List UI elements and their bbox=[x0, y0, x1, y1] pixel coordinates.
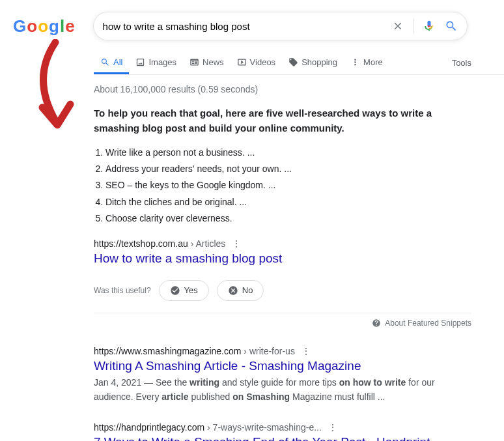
snippet-url[interactable]: https://textshop.com.au › Articles⋮ bbox=[94, 238, 471, 249]
google-logo[interactable]: Google bbox=[13, 16, 75, 36]
tab-more[interactable]: More bbox=[344, 51, 389, 74]
feedback-no-button[interactable]: No bbox=[217, 280, 264, 301]
list-item: Address your readers' needs, not your ow… bbox=[105, 161, 471, 177]
tab-images[interactable]: Images bbox=[129, 51, 183, 74]
result-title-link[interactable]: Writing A Smashing Article - Smashing Ma… bbox=[94, 359, 471, 373]
mic-icon[interactable] bbox=[423, 20, 436, 33]
snippet-list: Write like a person not a business. ... … bbox=[105, 145, 471, 227]
tools-button[interactable]: Tools bbox=[445, 51, 478, 74]
more-icon[interactable]: ⋮ bbox=[301, 346, 311, 356]
result-url[interactable]: https://www.smashingmagazine.com › write… bbox=[94, 346, 471, 356]
result-stats: About 16,100,000 results (0.59 seconds) bbox=[94, 84, 471, 94]
search-icon[interactable] bbox=[445, 20, 458, 33]
result-description: Jan 4, 2021 — See the writing and style … bbox=[94, 376, 471, 404]
result-title-link[interactable]: 7 Ways to Write a Smashing End of the Ye… bbox=[94, 435, 471, 441]
annotation-arrow-icon bbox=[20, 39, 91, 137]
tab-all[interactable]: All bbox=[94, 51, 129, 74]
list-item: Choose clarity over cleverness. bbox=[105, 210, 471, 227]
list-item: SEO – the keys to the Google kingdom. ..… bbox=[105, 177, 471, 193]
snippet-title-link[interactable]: How to write a smashing blog post bbox=[94, 251, 471, 266]
list-item: Ditch the cliches and be original. ... bbox=[105, 194, 471, 210]
divider bbox=[413, 19, 413, 33]
search-result: https://www.smashingmagazine.com › write… bbox=[94, 346, 471, 404]
list-item: Write like a person not a business. ... bbox=[105, 145, 471, 161]
snippet-intro: To help you reach that goal, here are fi… bbox=[94, 106, 471, 135]
clear-icon[interactable] bbox=[392, 20, 404, 32]
tab-news[interactable]: News bbox=[183, 51, 231, 74]
search-result: https://handprintlegacy.com › 7-ways-wri… bbox=[94, 422, 471, 441]
tab-videos[interactable]: Videos bbox=[231, 51, 283, 74]
featured-snippet: To help you reach that goal, here are fi… bbox=[94, 106, 471, 266]
feedback-prompt: Was this useful? bbox=[94, 286, 151, 295]
about-featured-snippets[interactable]: About Featured Snippets bbox=[94, 313, 471, 328]
search-input[interactable] bbox=[103, 21, 392, 32]
more-icon[interactable]: ⋮ bbox=[328, 422, 337, 433]
tab-shopping[interactable]: Shopping bbox=[282, 51, 344, 74]
search-tabs: All Images News Videos Shopping More Too… bbox=[94, 51, 504, 75]
result-url[interactable]: https://handprintlegacy.com › 7-ways-wri… bbox=[94, 422, 471, 433]
more-icon[interactable]: ⋮ bbox=[232, 238, 241, 249]
search-bar[interactable] bbox=[93, 12, 468, 40]
feedback-yes-button[interactable]: Yes bbox=[159, 280, 209, 301]
